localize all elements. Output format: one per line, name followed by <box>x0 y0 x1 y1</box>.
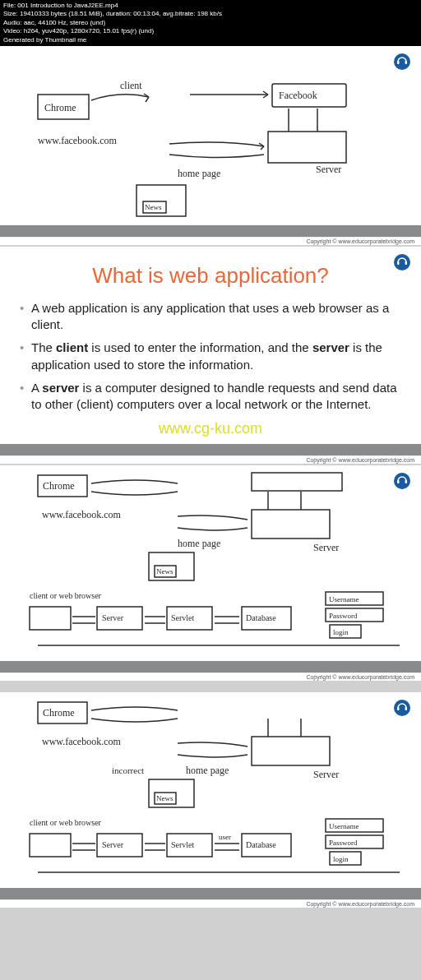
svg-rect-19 <box>30 607 71 630</box>
label-server: Server <box>313 542 339 553</box>
label-chrome: Chrome <box>43 707 75 719</box>
label-url: www.facebook.com <box>38 135 118 146</box>
svg-rect-15 <box>252 473 342 491</box>
thumbnail-frame-3: Chrome Server www.facebook.com home page… <box>0 465 421 673</box>
label-client: client <box>120 80 142 91</box>
whiteboard-diagram-1: Chrome client Facebook Server www.facebo… <box>3 49 418 222</box>
label-user: user <box>219 833 231 841</box>
label-chrome: Chrome <box>44 102 76 113</box>
label-url: www.facebook.com <box>42 509 122 520</box>
copyright-bar-1: Copyright © www.educorporatebridge.com <box>0 237 421 245</box>
label-incorrect: incorrect <box>112 765 144 775</box>
slide-bullet-list: A web application is any application tha… <box>20 300 401 414</box>
label-news: News <box>145 203 162 211</box>
copyright-bar-4: Copyright © www.educorporatebridge.com <box>0 899 421 908</box>
label-homepage: home page <box>186 765 229 776</box>
label-server: Server <box>316 164 341 175</box>
svg-rect-9 <box>397 261 400 265</box>
label-password: Password <box>329 612 358 620</box>
label-homepage: home page <box>178 538 220 549</box>
label-server: Server <box>313 769 339 780</box>
label-chrome: Chrome <box>43 480 75 492</box>
bullet-2: The client is used to enter the informat… <box>20 340 401 373</box>
label-database: Database <box>246 613 276 622</box>
label-login: login <box>333 855 349 863</box>
label-news: News <box>156 794 173 802</box>
thumbnail-frame-4: Chrome Server www.facebook.com incorrect… <box>0 692 421 899</box>
svg-rect-6 <box>136 185 186 216</box>
meta-size: Size: 19410333 bytes (18.51 MiB), durati… <box>3 10 418 18</box>
whiteboard-diagram-4: Chrome Server www.facebook.com incorrect… <box>3 696 418 885</box>
label-username: Username <box>329 822 359 830</box>
thumbnail-frame-1: Chrome client Facebook Server www.facebo… <box>0 46 421 237</box>
label-servlet: Servlet <box>171 840 195 849</box>
meta-gen: Generated by Thumbnail me <box>3 36 418 44</box>
svg-rect-10 <box>405 261 408 265</box>
video-metadata-header: File: 001 Introduction to JavaJ2EE.mp4 S… <box>0 0 421 46</box>
svg-rect-33 <box>30 834 71 857</box>
svg-rect-5 <box>268 132 346 163</box>
label-username: Username <box>329 595 359 603</box>
headset-icon <box>393 253 411 275</box>
label-server2: Server <box>102 613 124 622</box>
slide-title: What is web application? <box>20 263 401 289</box>
label-servlet: Servlet <box>171 613 195 622</box>
meta-file: File: 001 Introduction to JavaJ2EE.mp4 <box>3 2 418 10</box>
label-facebook: Facebook <box>279 90 317 101</box>
label-clientbrowser: client or web browser <box>30 818 102 827</box>
label-homepage: home page <box>178 168 220 179</box>
copyright-bar-2: Copyright © www.educorporatebridge.com <box>0 455 421 464</box>
svg-point-8 <box>394 254 410 270</box>
label-news: News <box>156 567 173 576</box>
thumbnail-frame-2: What is web application? A web applicati… <box>0 247 421 455</box>
svg-rect-31 <box>149 779 194 807</box>
label-server3: Server <box>102 840 124 849</box>
svg-rect-17 <box>149 552 194 580</box>
bullet-1: A web application is any application tha… <box>20 300 401 334</box>
meta-audio: Audio: aac, 44100 Hz, stereo (und) <box>3 19 418 27</box>
label-password: Password <box>329 839 358 847</box>
meta-video: Video: h264, yuv420p, 1280x720, 15.01 fp… <box>3 27 418 35</box>
copyright-bar-3: Copyright © www.educorporatebridge.com <box>0 673 421 681</box>
label-clientbrowser: client or web browser <box>30 591 102 600</box>
svg-rect-30 <box>252 737 330 765</box>
label-database: Database <box>246 840 276 849</box>
watermark-text: www.cg-ku.com <box>159 420 262 437</box>
svg-rect-16 <box>252 510 330 539</box>
whiteboard-diagram-3: Chrome Server www.facebook.com home page… <box>3 469 418 658</box>
label-url: www.facebook.com <box>42 736 122 747</box>
label-login: login <box>333 628 349 636</box>
bullet-3: A server is a computer designed to handl… <box>20 380 401 414</box>
